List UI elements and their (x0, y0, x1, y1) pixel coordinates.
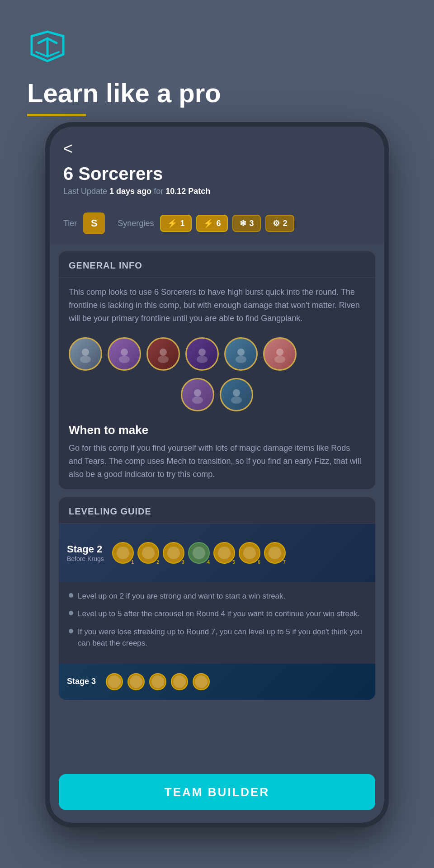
stage-title: Stage 2 (67, 543, 104, 555)
update-info: Last Update 1 days ago for 10.12 Patch (63, 187, 371, 196)
champion-avatar-5 (224, 337, 258, 371)
champions-row-1 (69, 334, 365, 374)
general-info-body: This comp looks to use 6 Sorcerers to ha… (59, 278, 375, 489)
syn-badges-container: ⚡ 1 ⚡ 6 ❄ 3 ⚙ 2 (160, 215, 294, 232)
bullet-item-2: Level up to 5 after the carousel on Roun… (69, 608, 365, 620)
phone-content: < 6 Sorcerers Last Update 1 days ago for… (50, 127, 384, 823)
svg-point-14 (233, 389, 240, 396)
syn-count-4: 2 (283, 219, 287, 228)
tier-label: Tier (63, 219, 77, 228)
svg-point-6 (198, 349, 206, 356)
syn-badge-2: ⚡ 6 (196, 215, 228, 232)
app-logo-icon (27, 27, 68, 68)
svg-point-15 (231, 396, 242, 404)
svg-point-2 (121, 349, 128, 356)
svg-point-11 (274, 356, 285, 363)
stage3-label: Stage 3 (67, 677, 96, 686)
bullet-text-3: If you were lose streaking up to Round 7… (78, 626, 365, 649)
tier-badge: S (83, 212, 105, 234)
champion-avatar-7 (181, 378, 214, 411)
svg-point-5 (158, 356, 169, 363)
champion-avatar-8 (220, 378, 253, 411)
syn-icon-3: ❄ (240, 218, 246, 228)
svg-point-3 (119, 356, 130, 363)
back-button[interactable]: < (63, 139, 73, 158)
tier-section: Tier S (63, 212, 105, 234)
champions-row-2 (69, 374, 365, 413)
stage-info: Stage 2 Before Krugs (67, 543, 104, 562)
syn-badge-4: ⚙ 2 (265, 215, 294, 232)
svg-point-0 (82, 349, 89, 356)
bullet-item-3: If you were lose streaking up to Round 7… (69, 626, 365, 649)
s3-node-1 (106, 673, 123, 690)
stage-subtitle: Before Krugs (67, 555, 104, 562)
syn-icon-2: ⚡ (203, 218, 213, 228)
stage3-preview: Stage 3 (59, 664, 375, 700)
general-info-title: GENERAL INFO (59, 251, 375, 278)
svg-point-12 (194, 389, 201, 396)
champion-avatar-1 (69, 337, 102, 371)
bullet-text-2: Level up to 5 after the carousel on Roun… (78, 608, 360, 620)
phone-frame: < 6 Sorcerers Last Update 1 days ago for… (45, 122, 389, 827)
general-info-card: GENERAL INFO This comp looks to use 6 So… (59, 251, 375, 489)
syn-count-1: 1 (180, 219, 184, 228)
bullet-text-1: Level up on 2 if you are strong and want… (78, 590, 285, 602)
bullet-item-1: Level up on 2 if you are strong and want… (69, 590, 365, 602)
tier-synergies-row: Tier S Synergies ⚡ 1 ⚡ 6 ❄ 3 (50, 205, 384, 243)
bullet-dot-2 (69, 611, 73, 615)
level-nodes (112, 542, 286, 564)
headline-underline (27, 114, 86, 116)
when-to-make-title: When to make (69, 423, 365, 437)
syn-count-3: 3 (249, 219, 254, 228)
svg-point-10 (276, 349, 283, 356)
svg-point-9 (236, 356, 246, 363)
general-info-text: This comp looks to use 6 Sorcerers to ha… (69, 286, 365, 325)
svg-point-1 (80, 356, 91, 363)
champion-avatar-3 (146, 337, 180, 371)
syn-badge-3: ❄ 3 (232, 215, 261, 232)
header-section: Learn like a pro (27, 27, 221, 116)
leveling-guide-title: LEVELING GUIDE (59, 497, 375, 524)
phone-scroll-area[interactable]: GENERAL INFO This comp looks to use 6 So… (50, 243, 384, 823)
bullet-list: Level up on 2 if you are strong and want… (59, 582, 375, 664)
champion-avatar-4 (185, 337, 219, 371)
s3-node-5 (193, 673, 210, 690)
syn-badge-1: ⚡ 1 (160, 215, 192, 232)
champion-avatar-6 (263, 337, 297, 371)
syn-icon-4: ⚙ (273, 218, 280, 228)
phone-header: < 6 Sorcerers Last Update 1 days ago for… (50, 127, 384, 205)
s3-node-3 (149, 673, 166, 690)
synergies-label: Synergies (118, 219, 154, 228)
comp-title: 6 Sorcerers (63, 164, 371, 184)
svg-point-8 (237, 349, 245, 356)
svg-point-7 (197, 356, 208, 363)
s3-node-4 (171, 673, 188, 690)
synergies-section: Synergies ⚡ 1 ⚡ 6 ❄ 3 ⚙ (118, 215, 294, 232)
syn-icon-1: ⚡ (167, 218, 177, 228)
level-node-2 (137, 542, 159, 564)
team-builder-button[interactable]: TEAM BUILDER (59, 774, 375, 810)
when-to-make-text: Go for this comp if you find yourself wi… (69, 442, 365, 481)
headline-text: Learn like a pro (27, 79, 221, 108)
level-node-4 (188, 542, 210, 564)
champion-avatar-2 (108, 337, 141, 371)
level-node-5 (213, 542, 235, 564)
level-guide-image: Stage 2 Before Krugs (59, 524, 375, 582)
s3-node-2 (127, 673, 145, 690)
svg-point-13 (192, 396, 203, 404)
level-node-3 (163, 542, 184, 564)
syn-count-2: 6 (216, 219, 221, 228)
level-node-7 (264, 542, 286, 564)
bullet-dot-3 (69, 629, 73, 633)
stage3-nodes (106, 673, 210, 690)
svg-point-4 (160, 349, 167, 356)
bullet-dot-1 (69, 593, 73, 598)
level-node-1 (112, 542, 134, 564)
leveling-guide-card: LEVELING GUIDE Stage 2 Before Krugs (59, 497, 375, 700)
level-node-6 (239, 542, 260, 564)
